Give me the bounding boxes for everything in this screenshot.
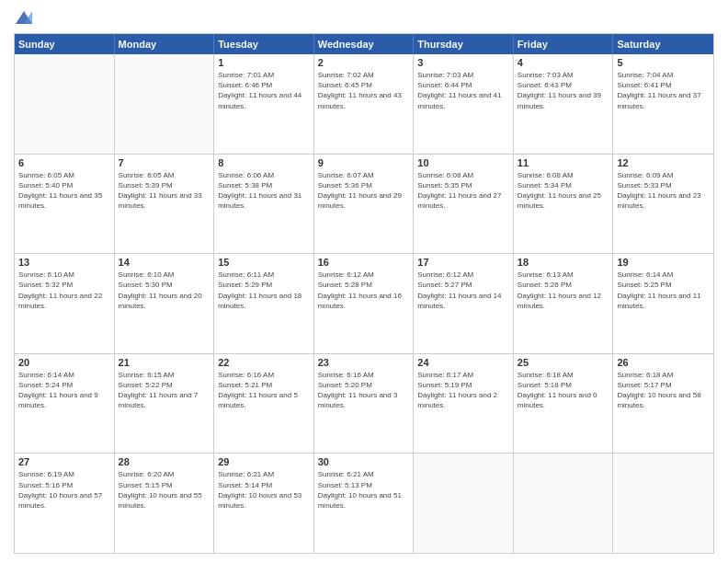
- day-number: 6: [18, 157, 110, 168]
- header-cell-sunday: Sunday: [15, 34, 115, 54]
- day-number: 28: [119, 456, 210, 467]
- cell-info: Sunrise: 6:05 AM Sunset: 5:40 PM Dayligh…: [18, 170, 110, 212]
- day-number: 4: [518, 57, 609, 68]
- calendar-cell: 26Sunrise: 6:18 AM Sunset: 5:17 PM Dayli…: [613, 354, 713, 454]
- cell-info: Sunrise: 6:20 AM Sunset: 5:15 PM Dayligh…: [119, 469, 210, 511]
- calendar-cell: 18Sunrise: 6:13 AM Sunset: 5:26 PM Dayli…: [514, 254, 614, 353]
- day-number: 2: [318, 57, 410, 68]
- day-number: 29: [218, 456, 310, 467]
- calendar-body: 1Sunrise: 7:01 AM Sunset: 6:46 PM Daylig…: [15, 54, 713, 553]
- calendar-cell: 28Sunrise: 6:20 AM Sunset: 5:15 PM Dayli…: [115, 454, 215, 553]
- day-number: 10: [417, 157, 509, 168]
- cell-info: Sunrise: 6:08 AM Sunset: 5:35 PM Dayligh…: [417, 170, 509, 212]
- calendar-cell: 21Sunrise: 6:15 AM Sunset: 5:22 PM Dayli…: [115, 354, 215, 454]
- day-number: 20: [18, 357, 110, 368]
- cell-info: Sunrise: 6:16 AM Sunset: 5:20 PM Dayligh…: [318, 370, 410, 411]
- cell-info: Sunrise: 7:03 AM Sunset: 6:43 PM Dayligh…: [518, 70, 609, 111]
- calendar-cell: 8Sunrise: 6:06 AM Sunset: 5:38 PM Daylig…: [214, 155, 314, 254]
- cell-info: Sunrise: 6:13 AM Sunset: 5:26 PM Dayligh…: [518, 270, 609, 311]
- header-cell-wednesday: Wednesday: [314, 34, 415, 54]
- calendar-cell: 6Sunrise: 6:05 AM Sunset: 5:40 PM Daylig…: [15, 155, 115, 254]
- cell-info: Sunrise: 6:18 AM Sunset: 5:18 PM Dayligh…: [518, 370, 609, 411]
- calendar: SundayMondayTuesdayWednesdayThursdayFrid…: [14, 33, 714, 554]
- calendar-cell: 15Sunrise: 6:11 AM Sunset: 5:29 PM Dayli…: [214, 254, 314, 353]
- calendar-cell: 30Sunrise: 6:21 AM Sunset: 5:13 PM Dayli…: [314, 454, 415, 553]
- cell-info: Sunrise: 6:10 AM Sunset: 5:32 PM Dayligh…: [18, 270, 110, 311]
- calendar-cell: [115, 54, 215, 154]
- cell-info: Sunrise: 6:12 AM Sunset: 5:28 PM Dayligh…: [318, 270, 410, 311]
- day-number: 12: [617, 157, 710, 168]
- header-cell-thursday: Thursday: [414, 34, 514, 54]
- header-cell-friday: Friday: [514, 34, 614, 54]
- day-number: 7: [119, 157, 210, 168]
- cell-info: Sunrise: 6:05 AM Sunset: 5:39 PM Dayligh…: [119, 170, 210, 212]
- day-number: 22: [218, 357, 310, 368]
- calendar-cell: 4Sunrise: 7:03 AM Sunset: 6:43 PM Daylig…: [514, 54, 614, 154]
- calendar-cell: 3Sunrise: 7:03 AM Sunset: 6:44 PM Daylig…: [414, 54, 514, 154]
- calendar-cell: 11Sunrise: 6:08 AM Sunset: 5:34 PM Dayli…: [514, 155, 614, 254]
- day-number: 27: [18, 456, 110, 467]
- header: [14, 9, 714, 26]
- day-number: 9: [318, 157, 410, 168]
- calendar-row-5: 27Sunrise: 6:19 AM Sunset: 5:16 PM Dayli…: [15, 453, 713, 553]
- calendar-cell: 24Sunrise: 6:17 AM Sunset: 5:19 PM Dayli…: [414, 354, 514, 454]
- day-number: 19: [617, 257, 710, 268]
- calendar-cell: 10Sunrise: 6:08 AM Sunset: 5:35 PM Dayli…: [414, 155, 514, 254]
- day-number: 17: [417, 257, 509, 268]
- calendar-cell: 1Sunrise: 7:01 AM Sunset: 6:46 PM Daylig…: [214, 54, 314, 154]
- calendar-cell: 9Sunrise: 6:07 AM Sunset: 5:36 PM Daylig…: [314, 155, 415, 254]
- day-number: 18: [518, 257, 609, 268]
- calendar-cell: 19Sunrise: 6:14 AM Sunset: 5:25 PM Dayli…: [613, 254, 713, 353]
- cell-info: Sunrise: 6:07 AM Sunset: 5:36 PM Dayligh…: [318, 170, 410, 212]
- calendar-cell: 16Sunrise: 6:12 AM Sunset: 5:28 PM Dayli…: [314, 254, 415, 353]
- calendar-cell: 2Sunrise: 7:02 AM Sunset: 6:45 PM Daylig…: [314, 54, 415, 154]
- cell-info: Sunrise: 7:02 AM Sunset: 6:45 PM Dayligh…: [318, 70, 410, 111]
- day-number: 24: [417, 357, 509, 368]
- cell-info: Sunrise: 6:08 AM Sunset: 5:34 PM Dayligh…: [518, 170, 609, 212]
- calendar-row-4: 20Sunrise: 6:14 AM Sunset: 5:24 PM Dayli…: [15, 353, 713, 454]
- cell-info: Sunrise: 6:11 AM Sunset: 5:29 PM Dayligh…: [218, 270, 310, 311]
- day-number: 1: [218, 57, 310, 68]
- cell-info: Sunrise: 7:03 AM Sunset: 6:44 PM Dayligh…: [417, 70, 509, 111]
- cell-info: Sunrise: 7:04 AM Sunset: 6:41 PM Dayligh…: [617, 70, 710, 111]
- header-cell-monday: Monday: [115, 34, 215, 54]
- cell-info: Sunrise: 6:21 AM Sunset: 5:14 PM Dayligh…: [218, 469, 310, 511]
- day-number: 11: [518, 157, 609, 168]
- calendar-cell: 12Sunrise: 6:09 AM Sunset: 5:33 PM Dayli…: [613, 155, 713, 254]
- calendar-cell: 25Sunrise: 6:18 AM Sunset: 5:18 PM Dayli…: [514, 354, 614, 454]
- cell-info: Sunrise: 7:01 AM Sunset: 6:46 PM Dayligh…: [218, 70, 310, 111]
- page: SundayMondayTuesdayWednesdayThursdayFrid…: [0, 0, 728, 563]
- day-number: 8: [218, 157, 310, 168]
- calendar-row-1: 1Sunrise: 7:01 AM Sunset: 6:46 PM Daylig…: [15, 54, 713, 154]
- cell-info: Sunrise: 6:14 AM Sunset: 5:24 PM Dayligh…: [18, 370, 110, 411]
- day-number: 5: [617, 57, 710, 68]
- day-number: 13: [18, 257, 110, 268]
- calendar-cell: [414, 454, 514, 553]
- logo-icon: [14, 9, 34, 26]
- cell-info: Sunrise: 6:17 AM Sunset: 5:19 PM Dayligh…: [417, 370, 509, 411]
- header-cell-tuesday: Tuesday: [214, 34, 314, 54]
- logo: [14, 9, 38, 26]
- calendar-row-2: 6Sunrise: 6:05 AM Sunset: 5:40 PM Daylig…: [15, 154, 713, 254]
- calendar-cell: 22Sunrise: 6:16 AM Sunset: 5:21 PM Dayli…: [214, 354, 314, 454]
- cell-info: Sunrise: 6:06 AM Sunset: 5:38 PM Dayligh…: [218, 170, 310, 212]
- cell-info: Sunrise: 6:10 AM Sunset: 5:30 PM Dayligh…: [119, 270, 210, 311]
- calendar-cell: [514, 454, 614, 553]
- day-number: 14: [119, 257, 210, 268]
- calendar-header: SundayMondayTuesdayWednesdayThursdayFrid…: [15, 34, 713, 54]
- calendar-cell: [15, 54, 115, 154]
- cell-info: Sunrise: 6:15 AM Sunset: 5:22 PM Dayligh…: [119, 370, 210, 411]
- calendar-cell: 13Sunrise: 6:10 AM Sunset: 5:32 PM Dayli…: [15, 254, 115, 353]
- day-number: 3: [417, 57, 509, 68]
- cell-info: Sunrise: 6:16 AM Sunset: 5:21 PM Dayligh…: [218, 370, 310, 411]
- cell-info: Sunrise: 6:12 AM Sunset: 5:27 PM Dayligh…: [417, 270, 509, 311]
- calendar-cell: 17Sunrise: 6:12 AM Sunset: 5:27 PM Dayli…: [414, 254, 514, 353]
- day-number: 23: [318, 357, 410, 368]
- calendar-cell: 27Sunrise: 6:19 AM Sunset: 5:16 PM Dayli…: [15, 454, 115, 553]
- day-number: 26: [617, 357, 710, 368]
- calendar-row-3: 13Sunrise: 6:10 AM Sunset: 5:32 PM Dayli…: [15, 253, 713, 353]
- day-number: 21: [119, 357, 210, 368]
- calendar-cell: 14Sunrise: 6:10 AM Sunset: 5:30 PM Dayli…: [115, 254, 215, 353]
- cell-info: Sunrise: 6:18 AM Sunset: 5:17 PM Dayligh…: [617, 370, 710, 411]
- cell-info: Sunrise: 6:09 AM Sunset: 5:33 PM Dayligh…: [617, 170, 710, 212]
